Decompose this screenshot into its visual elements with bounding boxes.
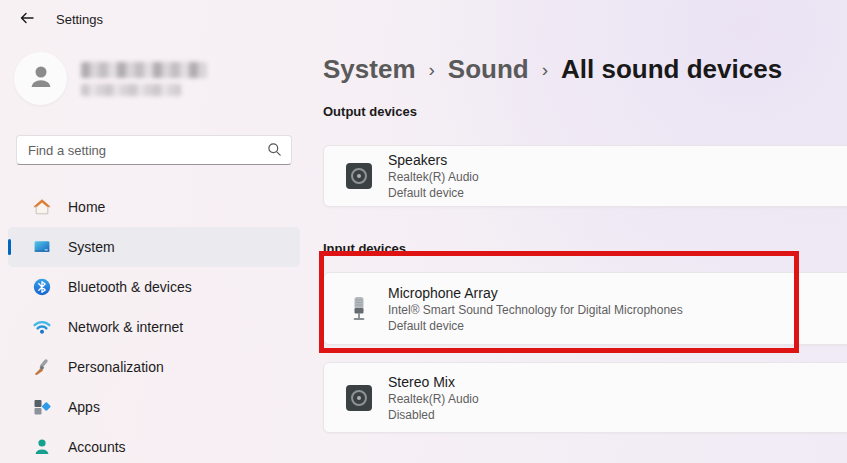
sidebar-item-personalization[interactable]: Personalization [8,347,300,387]
breadcrumb-sound[interactable]: Sound [448,53,529,85]
sidebar-item-accounts[interactable]: Accounts [8,427,300,463]
home-icon [32,197,52,217]
titlebar: Settings [14,8,103,30]
search-input[interactable] [16,135,292,165]
sidebar-item-bluetooth-devices[interactable]: Bluetooth & devices [8,267,300,307]
bluetooth-icon [32,277,52,297]
microphone-icon [346,294,372,324]
speaker-icon [346,385,372,411]
device-card-speakers[interactable]: Speakers Realtek(R) Audio Default device [323,145,847,207]
app-title: Settings [56,12,103,27]
chevron-right-icon: › [542,52,548,86]
user-name-redacted [81,62,207,96]
device-status: Default device [388,318,683,334]
settings-window: Settings Home Sy [0,0,847,463]
avatar [14,52,67,105]
section-title-output-devices: Output devices [323,104,417,119]
page-title: All sound devices [561,53,782,85]
sidebar-item-label: Home [68,199,105,215]
sidebar-item-apps[interactable]: Apps [8,387,300,427]
section-title-input-devices: Input devices [323,241,406,256]
device-name: Microphone Array [388,284,683,302]
sidebar-item-label: Bluetooth & devices [68,279,192,295]
system-icon [32,237,52,257]
speaker-icon [346,163,372,189]
sidebar-item-label: Accounts [68,439,126,455]
selected-indicator [8,239,11,255]
person-icon [26,62,56,96]
network-wifi-icon [32,317,52,337]
back-button[interactable] [14,8,40,30]
device-status: Default device [388,185,479,201]
sidebar-item-label: Network & internet [68,319,183,335]
search-box [16,135,292,165]
device-name: Stereo Mix [388,373,479,391]
device-description: Realtek(R) Audio [388,391,479,407]
sidebar-item-home[interactable]: Home [8,187,300,227]
sidebar-item-network-internet[interactable]: Network & internet [8,307,300,347]
device-card-microphone-array[interactable]: Microphone Array Intel® Smart Sound Tech… [323,272,847,345]
breadcrumb: System › Sound › All sound devices [323,52,782,86]
accounts-person-icon [32,437,52,457]
back-arrow-icon [18,9,36,30]
chevron-right-icon: › [429,52,435,86]
device-name: Speakers [388,151,479,169]
device-description: Realtek(R) Audio [388,169,479,185]
device-card-stereo-mix[interactable]: Stereo Mix Realtek(R) Audio Disabled [323,362,847,433]
device-description: Intel® Smart Sound Technology for Digita… [388,302,683,318]
personalization-brush-icon [32,357,52,377]
search-icon [267,142,282,161]
apps-icon [32,397,52,417]
sidebar-nav: Home System Bluetooth & devices Network … [8,187,300,463]
sidebar-item-system[interactable]: System [8,227,300,267]
device-status: Disabled [388,407,479,423]
sidebar-item-label: Apps [68,399,100,415]
user-profile[interactable] [14,52,207,105]
sidebar-item-label: Personalization [68,359,164,375]
breadcrumb-system[interactable]: System [323,53,416,85]
sidebar-item-label: System [68,239,115,255]
